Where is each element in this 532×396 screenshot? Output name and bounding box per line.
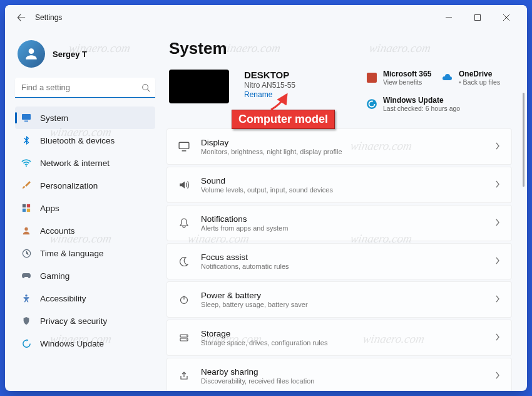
back-button[interactable] [11, 8, 31, 28]
card-title: Nearby sharing [201, 367, 314, 377]
svg-rect-2 [22, 114, 31, 120]
display-icon [178, 141, 190, 152]
card-notifications[interactable]: NotificationsAlerts from apps and system [166, 205, 512, 241]
svg-rect-8 [27, 209, 30, 212]
nav-bluetooth[interactable]: Bluetooth & devices [15, 129, 155, 152]
annotation-text: Computer model [232, 110, 335, 129]
onedrive-icon [441, 71, 454, 84]
maximize-button[interactable] [463, 8, 492, 28]
sidebar: Sergey T System Bluetooth & devices Netw… [5, 30, 160, 391]
card-display[interactable]: DisplayMonitors, brightness, night light… [166, 128, 512, 165]
nav-system[interactable]: System [15, 107, 155, 129]
tile-microsoft365[interactable]: Microsoft 365 View benefits [366, 70, 436, 86]
nav-label: Personalization [40, 181, 98, 190]
card-storage[interactable]: StorageStorage space, drives, configurat… [166, 320, 512, 356]
search-input[interactable] [15, 78, 155, 98]
brush-icon [21, 180, 31, 190]
nav-label: Apps [40, 204, 59, 213]
tile-title: Microsoft 365 [383, 70, 431, 78]
content: System DESKTOP Nitro AN515-55 Rename Mic… [160, 30, 527, 391]
annotation-callout: Computer model [232, 110, 335, 129]
shield-icon [21, 316, 31, 326]
nav-privacy[interactable]: Privacy & security [15, 310, 155, 332]
maximize-icon [474, 14, 481, 21]
search-box [15, 78, 155, 98]
nav-label: Windows Update [40, 339, 104, 348]
profile[interactable]: Sergey T [15, 36, 155, 78]
person-icon [23, 46, 39, 62]
tile-title: Windows Update [383, 96, 460, 105]
gamepad-icon [21, 271, 31, 281]
nav-label: Time & language [40, 249, 104, 258]
nav-time-language[interactable]: Time & language [15, 242, 155, 264]
person-icon [21, 226, 31, 236]
avatar [18, 40, 45, 68]
chevron-right-icon [495, 217, 500, 229]
card-sound[interactable]: SoundVolume levels, output, input, sound… [166, 167, 512, 203]
card-title: Storage [201, 329, 327, 338]
chevron-right-icon [495, 370, 500, 382]
bell-icon [178, 217, 190, 229]
card-sub: Monitors, brightness, night light, displ… [201, 148, 342, 155]
nav-windows-update[interactable]: Windows Update [15, 332, 155, 355]
quick-tiles: Microsoft 365 View benefits OneDrive • B… [366, 70, 512, 112]
tile-windows-update[interactable]: Windows Update Last checked: 6 hours ago [366, 96, 512, 112]
rename-link[interactable]: Rename [244, 90, 350, 99]
update-icon [21, 338, 31, 348]
svg-point-19 [186, 339, 187, 340]
minimize-button[interactable] [434, 8, 463, 28]
svg-rect-5 [23, 204, 26, 207]
card-sub: Alerts from apps and system [201, 224, 288, 232]
card-nearby-sharing[interactable]: Nearby sharingDiscoverability, received … [166, 358, 512, 391]
chevron-right-icon [495, 332, 500, 343]
nav-accounts[interactable]: Accounts [15, 219, 155, 242]
card-focus-assist[interactable]: Focus assistNotifications, automatic rul… [166, 243, 512, 279]
nav-personalization[interactable]: Personalization [15, 174, 155, 197]
tile-onedrive[interactable]: OneDrive • Back up files [441, 70, 512, 86]
arrow-icon [268, 92, 293, 111]
update-icon [366, 98, 378, 110]
nav-accessibility[interactable]: Accessibility [15, 287, 155, 310]
chevron-right-icon [495, 179, 500, 190]
nav-label: System [40, 113, 68, 123]
titlebar: Settings [5, 5, 527, 30]
card-sub: Storage space, drives, configuration rul… [201, 339, 327, 346]
svg-point-1 [143, 85, 148, 90]
nav-network[interactable]: Network & internet [15, 152, 155, 174]
svg-rect-6 [27, 204, 30, 207]
svg-point-9 [24, 227, 28, 231]
chevron-right-icon [495, 294, 500, 305]
m365-icon [366, 71, 378, 84]
close-icon [503, 14, 509, 21]
card-sub: Volume levels, output, input, sound devi… [201, 186, 333, 194]
search-icon [141, 83, 150, 92]
card-title: Notifications [201, 214, 288, 224]
nav-gaming[interactable]: Gaming [15, 264, 155, 287]
settings-cards: DisplayMonitors, brightness, night light… [166, 128, 512, 391]
card-title: Power & battery [201, 291, 308, 300]
nav-apps[interactable]: Apps [15, 197, 155, 219]
display-icon [21, 113, 31, 123]
window-title: Settings [35, 13, 62, 22]
chevron-right-icon [495, 141, 500, 152]
pc-name-block: DESKTOP Nitro AN515-55 Rename [244, 70, 350, 99]
svg-rect-0 [475, 15, 481, 21]
desktop-thumbnail [169, 70, 229, 103]
card-sub: Discoverability, received files location [201, 377, 314, 385]
hero: DESKTOP Nitro AN515-55 Rename Microsoft … [166, 70, 512, 112]
wifi-icon [21, 158, 31, 168]
sound-icon [178, 179, 190, 190]
tile-sub: Last checked: 6 hours ago [383, 105, 460, 112]
user-name: Sergey T [53, 50, 87, 59]
svg-rect-7 [23, 209, 26, 212]
minimize-icon [446, 14, 452, 21]
nav-label: Network & internet [40, 159, 110, 168]
svg-rect-14 [179, 142, 189, 148]
scrollbar[interactable] [523, 93, 524, 187]
card-power[interactable]: Power & batterySleep, battery usage, bat… [166, 281, 512, 318]
accessibility-icon [21, 293, 31, 303]
close-button[interactable] [492, 8, 521, 28]
nav-label: Accounts [40, 226, 75, 236]
nav-label: Gaming [40, 271, 69, 281]
card-sub: Notifications, automatic rules [201, 263, 289, 270]
